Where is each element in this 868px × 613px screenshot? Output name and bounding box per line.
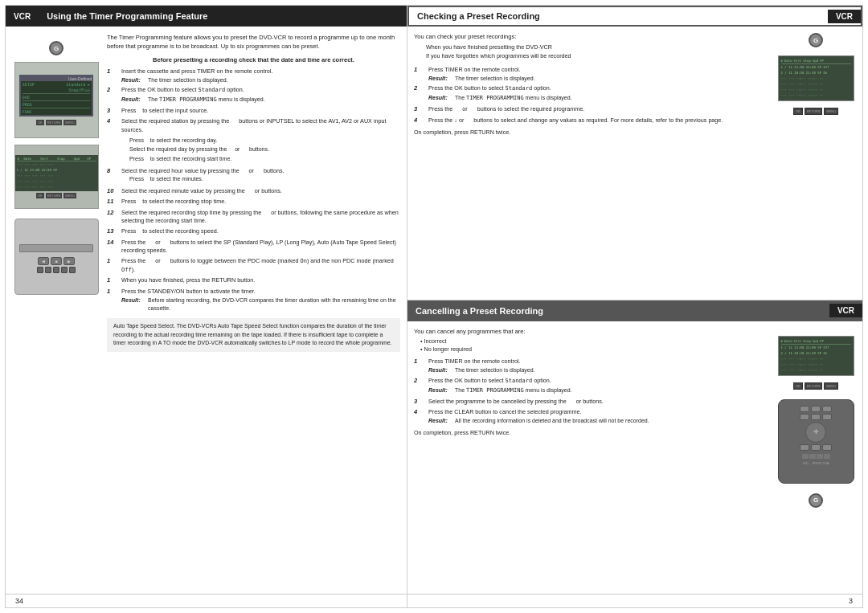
checking-step-3: 3 Press the or buttons to select the req… bbox=[414, 105, 771, 114]
timer-table-screen: # Date Strt Stop Spd VP --- --- --- --- … bbox=[14, 145, 99, 209]
cancelling-text: You can cancel any programmes that are: … bbox=[414, 328, 771, 588]
cancelling-intro: You can cancel any programmes that are: bbox=[414, 328, 771, 335]
checking-completion: On completion, press RETURN twice. bbox=[414, 129, 771, 136]
step-item-14: 14 Press the or buttons to select the SP… bbox=[107, 239, 400, 255]
left-images-column: G User-Defined SETUPStandard ► Step/Plus… bbox=[12, 33, 100, 587]
checking-text: You can check your preset recordings: Wh… bbox=[414, 33, 771, 293]
cancelling-step-3: 3 Select the programme to be cancelled b… bbox=[414, 398, 771, 407]
left-page-title: Using the Timer Programming Feature bbox=[39, 11, 407, 21]
right-page-number: 3 bbox=[849, 597, 853, 605]
step-item-11: 11 Press to select the recording stop ti… bbox=[107, 198, 400, 206]
checking-header: Checking a Preset Recording VCR bbox=[407, 6, 862, 27]
left-intro-text: The Timer Programming feature allows you… bbox=[107, 33, 400, 51]
step-item-10: 10 Select the required minute value by p… bbox=[107, 187, 400, 196]
step-item-3: 3 Press to select the input source. bbox=[107, 107, 400, 116]
checking-title: Checking a Preset Recording bbox=[409, 11, 828, 21]
checking-step-2: 2 Press the OK button to select Standard… bbox=[414, 84, 771, 103]
g-circle-right-top: G bbox=[809, 33, 823, 47]
step-item-substeps: Press to select the recording day. Selec… bbox=[107, 137, 400, 165]
cancelling-title: Cancelling a Preset Recording bbox=[407, 306, 829, 316]
cancelling-images: #DateStrtStopSpdVP 1 / 11 21:00 22:00 SP… bbox=[776, 328, 856, 588]
warning-box: Auto Tape Speed Select. The DVD-VCRs Aut… bbox=[107, 318, 400, 352]
right-footer: 3 bbox=[407, 594, 862, 607]
step-item-1: 1 Insert the cassette and press TIMER on… bbox=[107, 67, 400, 84]
checking-steps-list: 1 Press TIMER on the remote control. Res… bbox=[414, 66, 771, 125]
menu-screen-device: User-Defined SETUPStandard ► Step/Plus D… bbox=[14, 62, 99, 138]
checking-step-4: 4 Press the ↓ or buttons to select and c… bbox=[414, 116, 771, 125]
checking-step-1: 1 Press TIMER on the remote control. Res… bbox=[414, 66, 771, 83]
cancelling-content: You can cancel any programmes that are: … bbox=[407, 321, 862, 595]
left-steps-list: 1 Insert the cassette and press TIMER on… bbox=[107, 67, 400, 313]
bold-note-text: Before presetting a recording check that… bbox=[107, 56, 400, 63]
cancelling-completion: On completion, press RETURN twice. bbox=[414, 429, 771, 436]
cancelling-step-1: 1 Press TIMER on the remote control. Res… bbox=[414, 358, 771, 374]
left-body: G User-Defined SETUPStandard ► Step/Plus… bbox=[6, 27, 407, 594]
warning-text: Auto Tape Speed Select. The DVD-VCRs Aut… bbox=[113, 323, 392, 345]
g-circle-right-bottom: G bbox=[809, 493, 823, 508]
checking-sub-intro: When you have finished presetting the DV… bbox=[426, 43, 771, 61]
left-text-content: The Timer Programming feature allows you… bbox=[107, 33, 400, 587]
left-header: VCR Using the Timer Programming Feature bbox=[6, 6, 407, 27]
cancelling-step-2: 2 Press the OK button to select Standard… bbox=[414, 377, 771, 395]
checking-images: G #DateStrtStopSpdVP 1 / 11 21:00 22:00 … bbox=[776, 33, 856, 293]
cancelling-header: Cancelling a Preset Recording VCR bbox=[407, 300, 862, 321]
left-panel: VCR Using the Timer Programming Feature … bbox=[6, 6, 407, 607]
right-bottom-section: Cancelling a Preset Recording VCR You ca… bbox=[407, 300, 862, 595]
right-panel: Checking a Preset Recording VCR You can … bbox=[407, 6, 862, 607]
cancelling-bullets: Incorrect No longer required bbox=[420, 337, 771, 355]
bullet-no-longer: No longer required bbox=[420, 345, 771, 354]
checking-vcr-badge: VCR bbox=[828, 10, 861, 23]
step-item-finish: 1 When you have finished, press the RETU… bbox=[107, 276, 400, 285]
step-item-pdc: 1 Press the or buttons to toggle between… bbox=[107, 257, 400, 275]
checking-intro: You can check your preset recordings: bbox=[414, 33, 771, 40]
vcr-remote-image: ✛ VOLPROG-TVA bbox=[778, 399, 854, 484]
cancelling-steps-list: 1 Press TIMER on the remote control. Res… bbox=[414, 358, 771, 425]
g-circle-top: G bbox=[49, 41, 63, 55]
right-top-section: Checking a Preset Recording VCR You can … bbox=[407, 6, 862, 300]
step-item-13: 13 Press to select the recording speed. bbox=[107, 227, 400, 236]
timer-cancel-screen: #DateStrtStopSpdVP 1 / 11 21:00 22:00 SP… bbox=[778, 336, 854, 376]
step-item-2: 2 Press the OK button to select Standard… bbox=[107, 86, 400, 104]
timer-check-screen: #DateStrtStopSpdVP 1 / 11 21:00 22:00 SP… bbox=[778, 55, 854, 101]
cancelling-step-4: 4 Press the CLEAR button to cancel the s… bbox=[414, 408, 771, 425]
bullet-incorrect: Incorrect bbox=[420, 337, 771, 346]
checking-content: You can check your preset recordings: Wh… bbox=[407, 27, 862, 300]
vcr-device-image: ◀ ■ ▶ bbox=[14, 219, 99, 295]
left-footer: 34 bbox=[6, 594, 407, 607]
step-item-12: 12 Select the required recording stop ti… bbox=[107, 209, 400, 225]
step-item-8: 8 Select the required hour value by pres… bbox=[107, 167, 400, 185]
left-page-number: 34 bbox=[15, 597, 23, 605]
cancelling-vcr-badge: VCR bbox=[829, 304, 862, 317]
step-item-activate: 1 Press the STANDBY/ON button to activat… bbox=[107, 288, 400, 313]
step-item-4: 4 Select the required station by pressin… bbox=[107, 117, 400, 133]
left-vcr-badge: VCR bbox=[6, 10, 39, 23]
